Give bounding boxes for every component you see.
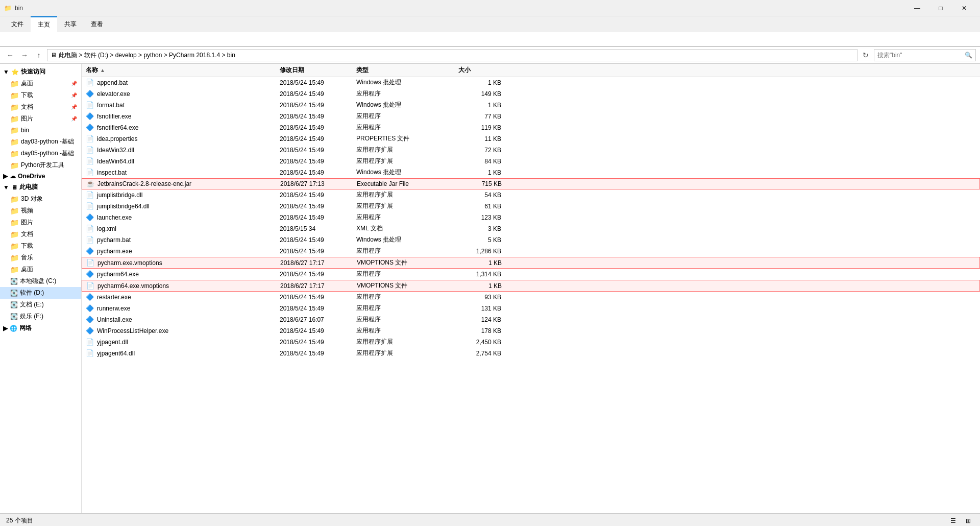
table-row[interactable]: 🔷 fsnotifier.exe 2018/5/24 15:49 应用程序 77… — [82, 111, 980, 122]
tab-view[interactable]: 查看 — [84, 16, 110, 32]
file-name: JetbrainsCrack-2.8-release-enc.jar — [97, 180, 191, 187]
sidebar-item-music[interactable]: 📁 音乐 — [0, 252, 81, 264]
table-row[interactable]: 📄 pycharm.bat 2018/5/24 15:49 Windows 批处… — [82, 234, 980, 246]
table-row[interactable]: 🔷 launcher.exe 2018/5/24 15:49 应用程序 123 … — [82, 212, 980, 223]
file-type-icon: 📄 — [86, 338, 94, 346]
file-size: 1 KB — [459, 259, 510, 267]
file-size: 1 KB — [458, 169, 509, 176]
table-row[interactable]: 📄 IdeaWin64.dll 2018/5/24 15:49 应用程序扩展 8… — [82, 156, 980, 167]
table-row[interactable]: 🔷 pycharm.exe 2018/5/24 15:49 应用程序 1,286… — [82, 246, 980, 257]
folder-icon: 📁 — [10, 230, 19, 238]
tab-home[interactable]: 主页 — [31, 16, 57, 32]
sidebar-item-doc-e[interactable]: 💽 文档 (E:) — [0, 299, 81, 310]
file-name: IdeaWin32.dll — [97, 147, 134, 154]
sidebar-item-local-c[interactable]: 💽 本地磁盘 (C:) — [0, 275, 81, 287]
table-row[interactable]: 🔷 Uninstall.exe 2018/6/27 16:07 应用程序 124… — [82, 314, 980, 325]
pin-icon: 📌 — [71, 104, 77, 110]
minimize-button[interactable]: — — [905, 0, 929, 16]
table-row[interactable]: 📄 format.bat 2018/5/24 15:49 Windows 批处理… — [82, 100, 980, 111]
close-button[interactable]: ✕ — [952, 0, 976, 16]
file-name-cell: 🔷 Uninstall.exe — [86, 316, 280, 324]
tab-share[interactable]: 共享 — [57, 16, 84, 32]
sidebar-item-bin[interactable]: 📁 bin — [0, 125, 81, 136]
search-icon: 🔍 — [965, 52, 972, 59]
table-row[interactable]: 📄 inspect.bat 2018/5/24 15:49 Windows 批处… — [82, 167, 980, 178]
file-size: 1,314 KB — [458, 271, 509, 278]
file-size: 1 KB — [459, 282, 510, 290]
sidebar-section-this-pc[interactable]: ▼ 🖥 此电脑 — [0, 181, 81, 193]
forward-button[interactable]: → — [18, 49, 31, 61]
table-row[interactable]: 📄 IdeaWin32.dll 2018/5/24 15:49 应用程序扩展 7… — [82, 145, 980, 156]
sidebar-section-quick-access[interactable]: ▼ ⭐ 快速访问 — [0, 66, 81, 78]
sidebar-item-day03[interactable]: 📁 day03-python -基础 — [0, 136, 81, 148]
breadcrumb[interactable]: 🖥 此电脑 > 软件 (D:) > develop > python > PyC… — [47, 49, 857, 61]
network-chevron-icon: ▶ — [3, 325, 8, 332]
sidebar-item-pictures2[interactable]: 📁 图片 — [0, 217, 81, 228]
file-name-cell: 🔷 elevator.exe — [86, 90, 280, 98]
file-size: 1 KB — [458, 79, 509, 86]
table-row[interactable]: 📄 log.xml 2018/5/15 34 XML 文档 3 KB — [82, 223, 980, 234]
table-row[interactable]: 🔷 runnerw.exe 2018/5/24 15:49 应用程序 131 K… — [82, 303, 980, 314]
sidebar-item-pictures[interactable]: 📁 图片 📌 — [0, 113, 81, 125]
maximize-button[interactable]: □ — [929, 0, 952, 16]
sidebar-item-software-d[interactable]: 💽 软件 (D:) — [0, 287, 81, 299]
file-type: 应用程序 — [356, 326, 458, 335]
table-row[interactable]: 🔷 elevator.exe 2018/5/24 15:49 应用程序 149 … — [82, 88, 980, 100]
col-name[interactable]: 名称 ▲ — [86, 66, 280, 75]
table-row[interactable]: 🔷 fsnotifier64.exe 2018/5/24 15:49 应用程序 … — [82, 122, 980, 133]
sidebar-item-3d[interactable]: 📁 3D 对象 — [0, 193, 81, 205]
file-name: pycharm.exe.vmoptions — [97, 259, 162, 267]
tab-file[interactable]: 文件 — [4, 16, 31, 32]
file-name: yjpagent.dll — [97, 339, 128, 346]
drive-icon: 💽 — [10, 278, 18, 285]
file-name-cell: 📄 append.bat — [86, 79, 280, 87]
window-title: bin — [15, 5, 23, 12]
table-row[interactable]: 🔷 restarter.exe 2018/5/24 15:49 应用程序 93 … — [82, 292, 980, 303]
sidebar-item-downloads[interactable]: 📁 下载 📌 — [0, 89, 81, 101]
sidebar-item-documents[interactable]: 📁 文档 📌 — [0, 101, 81, 113]
sidebar-item-documents2[interactable]: 📁 文档 — [0, 228, 81, 240]
file-name: yjpagent64.dll — [97, 350, 135, 357]
sidebar-item-video[interactable]: 📁 视频 — [0, 205, 81, 217]
file-date: 2018/5/24 15:49 — [280, 169, 356, 176]
file-name: jumplistbridge.dll — [97, 192, 142, 199]
sidebar-item-python-tools[interactable]: 📁 Python开发工具 — [0, 159, 81, 171]
up-button[interactable]: ↑ — [33, 49, 45, 61]
col-size[interactable]: 大小 — [458, 66, 509, 75]
back-button[interactable]: ← — [4, 49, 16, 61]
table-row[interactable]: 📄 yjpagent64.dll 2018/5/24 15:49 应用程序扩展 … — [82, 348, 980, 359]
file-type: VMOPTIONS 文件 — [357, 258, 459, 267]
sidebar-item-day05[interactable]: 📁 day05-python -基础 — [0, 148, 81, 159]
search-input[interactable] — [877, 52, 963, 59]
col-type[interactable]: 类型 — [356, 66, 458, 75]
refresh-button[interactable]: ↻ — [860, 49, 872, 61]
sidebar-item-label: 图片 — [21, 114, 33, 123]
sidebar-item-downloads2[interactable]: 📁 下载 — [0, 240, 81, 252]
table-row[interactable]: 📄 jumplistbridge64.dll 2018/5/24 15:49 应… — [82, 201, 980, 212]
view-details-button[interactable]: ☰ — [947, 515, 959, 527]
file-type: Windows 批处理 — [356, 78, 458, 87]
table-row[interactable]: 📄 jumplistbridge.dll 2018/5/24 15:49 应用程… — [82, 189, 980, 201]
table-row[interactable]: 🔷 pycharm64.exe 2018/5/24 15:49 应用程序 1,3… — [82, 269, 980, 280]
file-type-icon: 🔷 — [86, 270, 94, 278]
file-size: 1 KB — [458, 102, 509, 109]
sidebar-section-onedrive[interactable]: ▶ ☁ OneDrive — [0, 171, 81, 181]
table-row[interactable]: 📄 pycharm.exe.vmoptions 2018/6/27 17:17 … — [82, 257, 980, 269]
sidebar-section-network[interactable]: ▶ 🌐 网络 — [0, 322, 81, 334]
view-large-button[interactable]: ⊞ — [963, 515, 974, 527]
table-row[interactable]: 📄 append.bat 2018/5/24 15:49 Windows 批处理… — [82, 77, 980, 88]
sidebar-item-desktop[interactable]: 📁 桌面 📌 — [0, 78, 81, 89]
sidebar-item-desktop2[interactable]: 📁 桌面 — [0, 264, 81, 275]
file-type-icon: 📄 — [86, 135, 94, 143]
col-date-label: 修改日期 — [280, 66, 304, 75]
file-type-icon: 📄 — [86, 202, 94, 210]
table-row[interactable]: 🔷 WinProcessListHelper.exe 2018/5/24 15:… — [82, 325, 980, 337]
table-row[interactable]: 📄 yjpagent.dll 2018/5/24 15:49 应用程序扩展 2,… — [82, 337, 980, 348]
sidebar-item-entertainment-f[interactable]: 💽 娱乐 (F:) — [0, 310, 81, 322]
table-row[interactable]: 📄 pycharm64.exe.vmoptions 2018/6/27 17:1… — [82, 280, 980, 292]
table-row[interactable]: ☕ JetbrainsCrack-2.8-release-enc.jar 201… — [82, 178, 980, 189]
table-row[interactable]: 📄 idea.properties 2018/5/24 15:49 PROPER… — [82, 133, 980, 145]
file-type: 应用程序扩展 — [356, 338, 458, 346]
sort-arrow-icon: ▲ — [100, 67, 105, 73]
col-date[interactable]: 修改日期 — [280, 66, 356, 75]
